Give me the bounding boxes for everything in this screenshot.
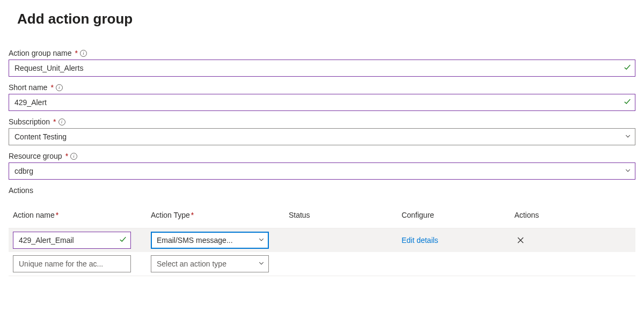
label-short-name: Short name * i xyxy=(9,83,635,92)
label-text: Subscription xyxy=(9,117,50,126)
info-icon[interactable]: i xyxy=(56,84,63,91)
info-icon[interactable]: i xyxy=(70,153,77,160)
input-short-name[interactable] xyxy=(9,94,635,111)
label-text: Resource group xyxy=(9,152,62,160)
required-asterisk: * xyxy=(75,49,78,57)
table-row: Email/SMS message...Edit details xyxy=(9,228,635,253)
label-subscription: Subscription * i xyxy=(9,117,635,126)
page-title: Add action group xyxy=(17,11,635,27)
th-action-type: Action Type* xyxy=(147,205,284,228)
field-action-group-name: Action group name * i xyxy=(9,49,635,77)
label-resource-group: Resource group * i xyxy=(9,152,635,160)
label-action-group-name: Action group name * i xyxy=(9,49,635,57)
field-subscription: Subscription * i Content Testing xyxy=(9,117,635,145)
action-name-input[interactable] xyxy=(13,255,131,272)
status-cell xyxy=(284,252,397,276)
input-action-group-name[interactable] xyxy=(9,60,635,77)
action-type-select[interactable]: Email/SMS message... xyxy=(151,232,269,249)
action-name-input[interactable] xyxy=(13,232,131,249)
actions-section-label: Actions xyxy=(9,186,635,195)
required-asterisk: * xyxy=(50,83,53,92)
th-actions: Actions xyxy=(510,205,635,228)
field-short-name: Short name * i xyxy=(9,83,635,111)
info-icon[interactable]: i xyxy=(80,50,87,57)
edit-details-link[interactable]: Edit details xyxy=(401,236,438,245)
select-subscription[interactable]: Content Testing xyxy=(9,128,635,145)
table-row: Select an action type xyxy=(9,252,635,276)
actions-table: Action name* Action Type* Status Configu… xyxy=(9,205,635,276)
info-icon[interactable]: i xyxy=(58,119,65,125)
required-asterisk: * xyxy=(65,152,68,160)
th-action-name: Action name* xyxy=(9,205,147,228)
field-resource-group: Resource group * i cdbrg xyxy=(9,152,635,180)
label-text: Short name xyxy=(9,83,47,92)
delete-row-button[interactable] xyxy=(514,234,527,247)
select-resource-group[interactable]: cdbrg xyxy=(9,162,635,180)
status-cell xyxy=(284,228,397,253)
th-configure: Configure xyxy=(397,205,510,228)
label-text: Action group name xyxy=(9,49,72,57)
action-type-select[interactable]: Select an action type xyxy=(151,255,269,272)
required-asterisk: * xyxy=(53,117,56,126)
th-status: Status xyxy=(284,205,397,228)
